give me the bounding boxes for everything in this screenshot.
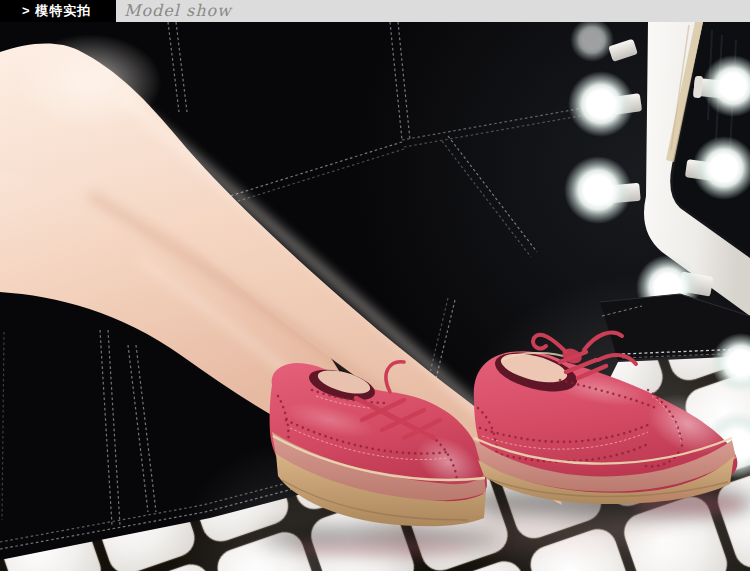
section-badge-label: > 模特实拍	[22, 2, 91, 20]
shoe-reflection	[635, 493, 745, 517]
page: > 模特实拍 Model show	[0, 0, 750, 571]
knee-highlight	[18, 34, 162, 130]
shoe-reflection	[290, 538, 470, 558]
product-photo-art	[0, 22, 750, 571]
section-badge: > 模特实拍	[0, 0, 116, 22]
light-bulb	[564, 156, 632, 224]
section-header: > 模特实拍 Model show	[0, 0, 750, 22]
section-subtitle: Model show	[124, 0, 232, 22]
light-bulb	[568, 71, 634, 137]
product-photo	[0, 22, 750, 571]
